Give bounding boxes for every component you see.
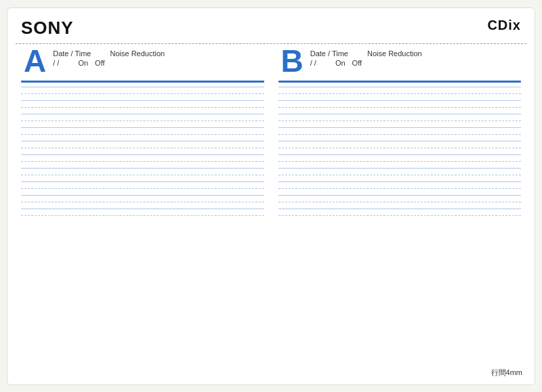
line — [21, 175, 264, 175]
line — [21, 188, 264, 189]
line — [278, 134, 522, 135]
line — [278, 154, 522, 155]
line — [21, 202, 264, 202]
line — [21, 134, 264, 135]
side-a-labels-row: Date / Time Noise Reduction — [53, 49, 165, 58]
line — [21, 161, 264, 162]
footer: 行間4mm — [491, 368, 522, 378]
side-a-datetime-label: Date / Time — [53, 49, 91, 58]
side-b-header: B Date / Time Noise Reduction / / On Off — [278, 48, 522, 77]
side-b-datetime-label: Date / Time — [310, 49, 348, 58]
cassette-card: SONY CDix A Date / Time Noise Reduction … — [7, 7, 535, 385]
line — [278, 114, 522, 114]
side-a-nr-off: Off — [95, 59, 104, 67]
side-a-letter: A — [24, 45, 46, 77]
side-b-datetime-value: / / — [310, 59, 316, 67]
side-b-nr-off: Off — [352, 59, 362, 67]
sony-brand: SONY — [21, 18, 74, 39]
side-b-labels-row: Date / Time Noise Reduction — [310, 49, 422, 58]
line — [278, 195, 522, 196]
line — [278, 209, 522, 209]
line — [21, 107, 264, 108]
line — [278, 127, 522, 128]
line — [21, 195, 264, 196]
line — [21, 181, 264, 182]
line — [21, 141, 264, 141]
side-a-nr-options: On Off — [78, 59, 104, 67]
line — [278, 161, 522, 162]
cdix-brand: CDix — [487, 18, 521, 33]
line — [278, 148, 522, 148]
side-a-blue-line — [21, 81, 264, 83]
dashed-border — [16, 43, 526, 44]
line — [21, 127, 264, 128]
side-a-nr-on: On — [78, 59, 88, 67]
main-content: A Date / Time Noise Reduction / / On Off — [21, 48, 521, 222]
side-b-nr-label: Noise Reduction — [367, 49, 422, 58]
side-a-datetime-value: / / — [53, 59, 59, 67]
line — [278, 93, 522, 94]
side-a-info: Date / Time Noise Reduction / / On Off — [53, 48, 165, 67]
line — [21, 209, 264, 209]
side-b: B Date / Time Noise Reduction / / On Off — [278, 48, 522, 222]
side-a-values-row: / / On Off — [53, 59, 165, 67]
side-a: A Date / Time Noise Reduction / / On Off — [21, 48, 264, 222]
card-header: SONY CDix — [21, 18, 521, 39]
line — [278, 188, 522, 189]
side-b-letter: B — [281, 45, 304, 77]
line — [21, 87, 264, 87]
line — [21, 93, 264, 94]
line — [278, 100, 522, 101]
line — [278, 87, 522, 87]
side-b-nr-options: On Off — [335, 59, 362, 67]
line — [21, 100, 264, 101]
side-b-nr-on: On — [335, 59, 346, 67]
line — [278, 215, 522, 216]
line — [21, 168, 264, 169]
line — [21, 114, 264, 114]
line — [278, 107, 522, 108]
line — [278, 168, 522, 169]
side-b-blue-line — [278, 81, 522, 83]
line — [278, 141, 522, 141]
line — [278, 121, 522, 121]
line — [21, 154, 264, 155]
line — [278, 181, 522, 182]
line — [21, 148, 264, 148]
line — [278, 175, 522, 175]
side-b-info: Date / Time Noise Reduction / / On Off — [310, 48, 422, 67]
footer-text: 行間4mm — [491, 368, 522, 376]
side-b-values-row: / / On Off — [310, 59, 422, 67]
side-a-nr-label: Noise Reduction — [110, 49, 165, 58]
side-a-header: A Date / Time Noise Reduction / / On Off — [21, 48, 264, 77]
line — [21, 121, 264, 121]
line — [21, 215, 264, 216]
side-b-lines — [278, 87, 522, 222]
side-a-lines — [21, 87, 264, 222]
line — [278, 202, 522, 202]
center-divider — [271, 48, 272, 222]
